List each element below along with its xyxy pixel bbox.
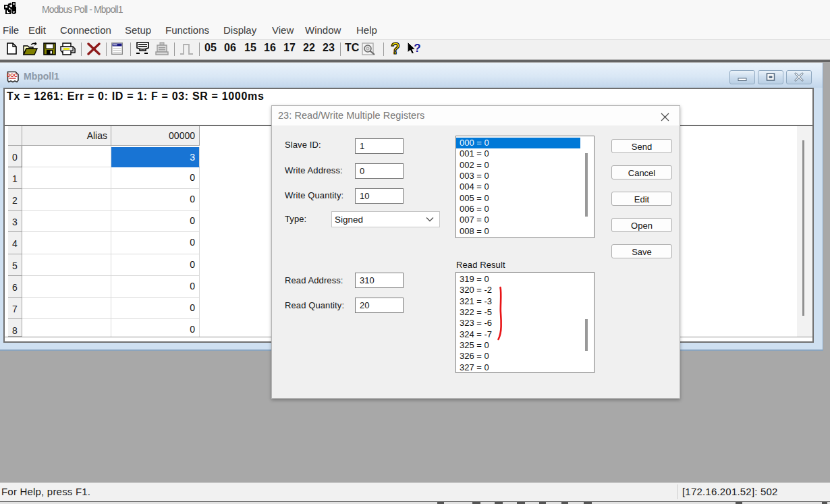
svg-text:DOC: DOC: [7, 73, 18, 78]
svg-text:?: ?: [414, 42, 420, 55]
svg-text:?: ?: [391, 41, 400, 57]
